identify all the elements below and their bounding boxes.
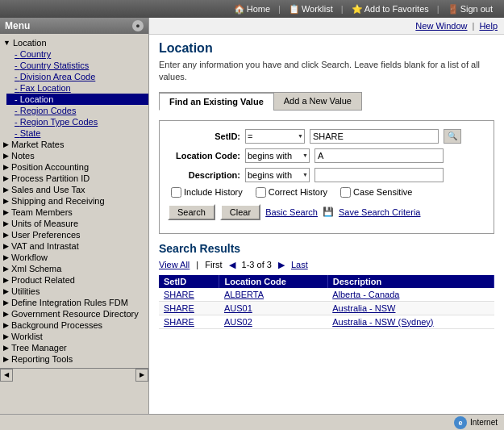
- description-operator-select[interactable]: begins with = contains: [245, 168, 310, 182]
- sidebar-item-user-preferences[interactable]: ▶ User Preferences: [0, 229, 148, 240]
- sidebar-item-division-area-code[interactable]: - Division Area Code: [6, 71, 148, 82]
- description-operator-wrapper: begins with = contains: [245, 168, 310, 182]
- location-code-input[interactable]: [314, 148, 444, 163]
- sidebar-item-state[interactable]: - State: [6, 127, 148, 139]
- basic-search-button[interactable]: Basic Search: [265, 207, 318, 217]
- sidebar-item-position-accounting[interactable]: ▶ Position Accounting: [0, 161, 148, 173]
- table-row[interactable]: SHARE AUS02 Australia - NSW (Sydney): [159, 315, 494, 328]
- help-link[interactable]: Help: [479, 21, 498, 31]
- sidebar-item-sales-use-tax[interactable]: ▶ Sales and Use Tax: [0, 184, 148, 195]
- last-link[interactable]: Last: [291, 260, 308, 269]
- cell-location-code: AUS02: [219, 315, 327, 328]
- sidebar-item-location-parent[interactable]: ▼ Location: [0, 37, 148, 48]
- location-code-operator-wrapper: begins with = contains: [245, 148, 310, 163]
- sidebar-item-region-type-codes[interactable]: - Region Type Codes: [6, 116, 148, 127]
- sidebar-close-icon[interactable]: ●: [132, 20, 144, 31]
- description-input[interactable]: [314, 168, 444, 182]
- cell-setid: SHARE: [159, 301, 219, 315]
- location-code-link[interactable]: AUS01: [224, 303, 252, 313]
- home-nav-item[interactable]: 🏠 Home: [229, 2, 275, 16]
- sidebar-item-utilities[interactable]: ▶ Utilities: [0, 286, 148, 297]
- include-history-item: Include History: [171, 187, 243, 198]
- sidebar-item-shipping-receiving[interactable]: ▶ Shipping and Receiving: [0, 195, 148, 207]
- add-favorites-label: Add to Favorites: [364, 4, 429, 14]
- correct-history-checkbox[interactable]: [256, 187, 266, 198]
- scroll-right-btn[interactable]: ▶: [135, 369, 148, 382]
- sidebar-item-product-related[interactable]: ▶ Product Related: [0, 274, 148, 286]
- setid-link[interactable]: SHARE: [164, 290, 194, 299]
- cell-description: Australia - NSW: [327, 301, 494, 315]
- setid-operator-select[interactable]: = begins with contains: [245, 129, 305, 144]
- add-favorites-nav-item[interactable]: ⭐ Add to Favorites: [347, 2, 434, 16]
- setid-link[interactable]: SHARE: [164, 303, 194, 313]
- location-code-operator-select[interactable]: begins with = contains: [245, 148, 310, 163]
- sidebar-item-units-of-measure[interactable]: ▶ Units of Measure: [0, 218, 148, 229]
- sidebar-item-region-codes[interactable]: - Region Codes: [6, 105, 148, 116]
- sidebar-item-government-resource-directory[interactable]: ▶ Government Resource Directory: [0, 308, 148, 319]
- sidebar-item-define-integration-rules[interactable]: ▶ Define Integration Rules FDM: [0, 297, 148, 308]
- sidebar-define-integration-label: Define Integration Rules FDM: [11, 298, 128, 307]
- save-search-button[interactable]: Save Search Criteria: [339, 207, 421, 217]
- sidebar-item-background-processes[interactable]: ▶ Background Processes: [0, 319, 148, 331]
- nav-sep-1: |: [278, 4, 281, 14]
- setid-link[interactable]: SHARE: [164, 317, 194, 327]
- search-button[interactable]: Search: [168, 204, 215, 220]
- table-row[interactable]: SHARE ALBERTA Alberta - Canada: [159, 288, 494, 302]
- next-arrow[interactable]: ▶: [278, 260, 285, 270]
- location-code-link[interactable]: AUS02: [224, 317, 252, 327]
- sidebar-item-location[interactable]: - Location: [6, 94, 148, 105]
- sidebar-item-market-rates[interactable]: ▶ Market Rates: [0, 139, 148, 150]
- scroll-track[interactable]: [13, 369, 135, 381]
- page-title: Location: [159, 41, 494, 56]
- table-row[interactable]: SHARE AUS01 Australia - NSW: [159, 301, 494, 315]
- setid-lookup-button[interactable]: 🔍: [444, 129, 461, 144]
- sidebar-item-vat-intrastat[interactable]: ▶ VAT and Intrastat: [0, 240, 148, 252]
- top-navigation: 🏠 Home | 📋 Worklist | ⭐ Add to Favorites…: [0, 0, 504, 18]
- setid-input[interactable]: [310, 129, 439, 144]
- table-header-row: SetID Location Code Description: [159, 275, 494, 288]
- tab-find-existing[interactable]: Find an Existing Value: [159, 92, 273, 111]
- worklist-nav-item[interactable]: 📋 Worklist: [284, 2, 338, 16]
- setid-label: SetID:: [168, 132, 240, 141]
- sidebar-horizontal-scrollbar[interactable]: ◀ ▶: [0, 368, 148, 381]
- sidebar-item-reporting-tools[interactable]: ▶ Reporting Tools: [0, 353, 148, 365]
- correct-history-item: Correct History: [256, 187, 327, 198]
- sidebar-process-partition-label: Process Partition ID: [11, 173, 90, 183]
- sidebar-item-team-members[interactable]: ▶ Team Members: [0, 207, 148, 218]
- sidebar-item-tree-manager[interactable]: ▶ Tree Manager: [0, 342, 148, 353]
- position-accounting-arrow: ▶: [3, 163, 9, 171]
- location-code-link[interactable]: ALBERTA: [224, 290, 264, 299]
- prev-arrow[interactable]: ◀: [229, 260, 235, 270]
- sidebar-item-notes[interactable]: ▶ Notes: [0, 150, 148, 161]
- notes-arrow: ▶: [3, 152, 9, 160]
- utilities-arrow: ▶: [3, 287, 9, 295]
- sidebar-item-fax-location[interactable]: - Fax Location: [6, 82, 148, 94]
- setid-operator-wrapper: = begins with contains: [245, 129, 305, 144]
- col-setid: SetID: [159, 275, 219, 288]
- sidebar-item-country-statistics[interactable]: - Country Statistics: [6, 60, 148, 71]
- sign-out-nav-item[interactable]: 🚪 Sign out: [443, 2, 498, 16]
- sidebar-item-workflow[interactable]: ▶ Workflow: [0, 252, 148, 263]
- sidebar-item-xml-schema[interactable]: ▶ Xml Schema: [0, 263, 148, 274]
- view-all-link[interactable]: View All: [159, 260, 190, 269]
- case-sensitive-checkbox[interactable]: [340, 187, 351, 198]
- sign-out-label: Sign out: [460, 4, 493, 14]
- user-preferences-arrow: ▶: [3, 231, 9, 239]
- description-link[interactable]: Australia - NSW (Sydney): [332, 317, 433, 327]
- location-code-row: Location Code: begins with = contains: [168, 148, 485, 163]
- tab-add-new[interactable]: Add a New Value: [273, 92, 362, 111]
- include-history-checkbox[interactable]: [171, 187, 181, 198]
- sidebar-item-country[interactable]: - Country: [6, 48, 148, 60]
- sidebar-vat-intrastat-label: VAT and Intrastat: [11, 241, 79, 251]
- new-window-link[interactable]: New Window: [415, 21, 467, 31]
- sidebar-item-worklist[interactable]: ▶ Worklist: [0, 331, 148, 342]
- worklist-label: Worklist: [302, 4, 333, 14]
- sidebar-title: Menu: [5, 20, 30, 31]
- sidebar-scroll[interactable]: ▼ Location - Country - Country Statistic…: [0, 34, 148, 414]
- description-link[interactable]: Alberta - Canada: [332, 290, 399, 299]
- sidebar-item-process-partition-id[interactable]: ▶ Process Partition ID: [0, 173, 148, 184]
- scroll-left-btn[interactable]: ◀: [0, 369, 13, 382]
- clear-button[interactable]: Clear: [220, 204, 260, 220]
- description-link[interactable]: Australia - NSW: [332, 303, 395, 313]
- units-of-measure-arrow: ▶: [3, 219, 9, 228]
